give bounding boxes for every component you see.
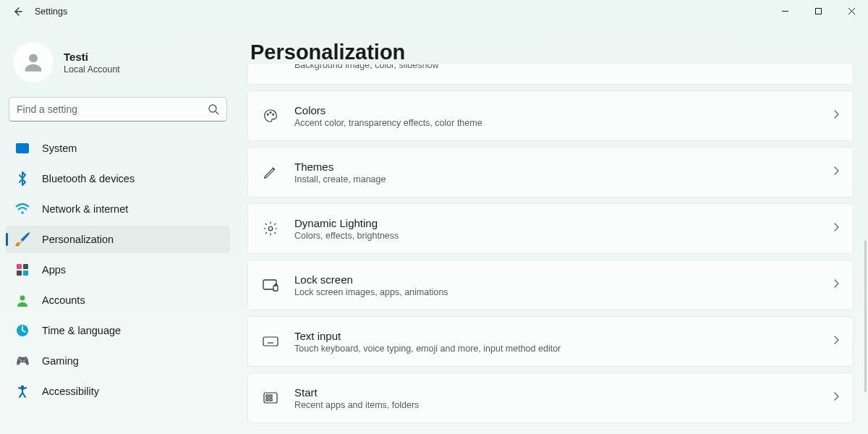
nav-label: System <box>42 142 77 154</box>
card-subtitle: Touch keyboard, voice typing, emoji and … <box>294 344 833 354</box>
card-subtitle: Background image, color, slideshow <box>294 64 840 70</box>
nav-item-personalization[interactable]: 🖌️ Personalization <box>6 226 230 253</box>
svg-point-7 <box>21 211 24 214</box>
gamepad-icon: 🎮 <box>14 353 30 369</box>
svg-point-14 <box>268 226 273 231</box>
card-title: Start <box>294 386 833 399</box>
nav-item-network[interactable]: Network & internet <box>6 195 230 223</box>
scrollbar[interactable] <box>864 240 867 392</box>
card-subtitle: Accent color, transparency effects, colo… <box>294 118 833 128</box>
lock-screen-icon <box>261 278 280 292</box>
card-dynamic-lighting[interactable]: Dynamic Lighting Colors, effects, bright… <box>247 203 854 254</box>
svg-point-5 <box>209 105 216 112</box>
card-subtitle: Recent apps and items, folders <box>294 400 833 410</box>
nav-label: Accounts <box>42 294 85 306</box>
gear-icon <box>261 221 280 237</box>
card-title: Text input <box>294 330 833 342</box>
nav-item-accounts[interactable]: Accounts <box>6 286 230 314</box>
svg-rect-17 <box>263 337 278 346</box>
chevron-right-icon <box>833 109 840 122</box>
nav-label: Network & internet <box>42 203 128 215</box>
card-title: Lock screen <box>294 273 833 286</box>
svg-rect-24 <box>264 393 277 403</box>
svg-rect-25 <box>266 395 268 397</box>
back-button[interactable] <box>10 4 25 19</box>
wifi-icon <box>14 201 30 217</box>
maximize-button[interactable] <box>801 0 835 22</box>
avatar <box>13 42 54 82</box>
chevron-right-icon <box>833 166 840 179</box>
svg-rect-28 <box>270 399 272 401</box>
card-colors[interactable]: Colors Accent color, transparency effect… <box>247 90 854 141</box>
palette-icon <box>261 108 280 124</box>
pen-icon <box>261 164 280 180</box>
search-box[interactable] <box>9 97 227 122</box>
minimize-button[interactable] <box>768 0 801 22</box>
bluetooth-icon <box>14 171 30 187</box>
globe-clock-icon <box>14 323 30 339</box>
svg-point-4 <box>29 54 38 62</box>
nav-list: System Bluetooth & devices Network & int… <box>6 135 230 405</box>
nav-label: Apps <box>42 264 66 276</box>
search-icon <box>208 103 219 115</box>
nav-item-gaming[interactable]: 🎮 Gaming <box>6 347 230 375</box>
svg-point-13 <box>273 114 274 115</box>
card-background[interactable]: Background image, color, slideshow <box>247 64 854 85</box>
card-list: Background image, color, slideshow Color… <box>247 64 854 423</box>
svg-point-11 <box>267 114 268 115</box>
svg-rect-16 <box>273 286 278 291</box>
keyboard-icon <box>261 335 280 348</box>
user-name: Testi <box>64 51 120 63</box>
nav-label: Time & language <box>42 325 121 336</box>
user-block[interactable]: Testi Local Account <box>6 38 230 97</box>
window-controls <box>768 0 868 22</box>
nav-label: Gaming <box>42 355 79 367</box>
apps-icon <box>14 262 30 278</box>
nav-item-bluetooth[interactable]: Bluetooth & devices <box>6 165 230 192</box>
main-content: Personalization Background image, color,… <box>236 23 868 434</box>
card-subtitle: Install, create, manage <box>294 174 833 184</box>
page-title: Personalization <box>250 41 854 64</box>
svg-rect-1 <box>815 8 821 14</box>
sidebar: Testi Local Account System Bluetooth & d… <box>0 23 236 434</box>
card-title: Colors <box>294 104 833 116</box>
nav-item-system[interactable]: System <box>6 135 230 162</box>
nav-item-apps[interactable]: Apps <box>6 256 230 284</box>
chevron-right-icon <box>833 335 840 348</box>
start-icon <box>261 391 280 404</box>
nav-item-accessibility[interactable]: Accessibility <box>6 378 230 405</box>
svg-point-8 <box>20 296 25 301</box>
person-icon <box>14 292 30 308</box>
card-themes[interactable]: Themes Install, create, manage <box>247 147 854 197</box>
paintbrush-icon: 🖌️ <box>14 231 30 247</box>
nav-item-time[interactable]: Time & language <box>6 317 230 344</box>
search-input[interactable] <box>17 103 208 115</box>
svg-rect-26 <box>270 395 272 397</box>
card-start[interactable]: Start Recent apps and items, folders <box>247 373 854 423</box>
system-icon <box>14 140 30 156</box>
chevron-right-icon <box>833 278 840 292</box>
nav-label: Accessibility <box>42 386 99 397</box>
nav-label: Personalization <box>42 234 114 245</box>
window-title: Settings <box>35 7 67 17</box>
titlebar: Settings <box>0 0 868 23</box>
chevron-right-icon <box>833 222 840 235</box>
card-text-input[interactable]: Text input Touch keyboard, voice typing,… <box>247 316 854 367</box>
card-lock-screen[interactable]: Lock screen Lock screen images, apps, an… <box>247 260 854 310</box>
svg-rect-27 <box>266 399 268 401</box>
accessibility-icon <box>14 383 30 399</box>
card-subtitle: Colors, effects, brightness <box>294 231 833 241</box>
card-title: Dynamic Lighting <box>294 217 833 229</box>
user-subtitle: Local Account <box>64 64 120 75</box>
nav-label: Bluetooth & devices <box>42 173 135 184</box>
svg-point-12 <box>270 112 271 114</box>
svg-line-6 <box>216 111 218 114</box>
chevron-right-icon <box>833 391 840 404</box>
close-button[interactable] <box>835 0 868 22</box>
card-subtitle: Lock screen images, apps, animations <box>294 287 833 297</box>
card-title: Themes <box>294 161 833 173</box>
